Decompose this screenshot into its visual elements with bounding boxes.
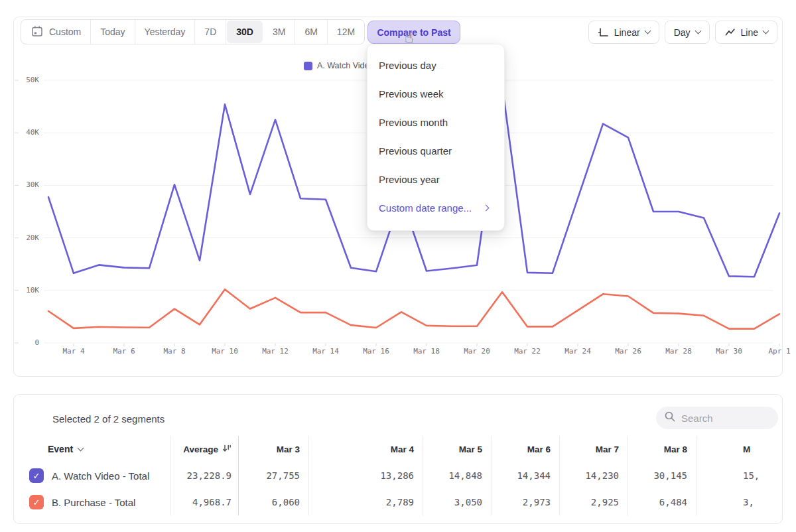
column-header-label: Mar 8 <box>664 444 687 454</box>
search-icon <box>664 411 676 425</box>
date-preset-label: 6M <box>304 27 317 37</box>
menu-item-previous-quarter[interactable]: Previous quarter <box>367 137 504 165</box>
segments-search <box>656 407 778 429</box>
column-header-mar-7: Mar 7 <box>559 436 628 462</box>
table-cell: 3,050 <box>423 489 491 515</box>
segments-table-card: ✓ Selected 2 of 2 segments EventAverageM… <box>13 394 783 524</box>
date-preset-label: Custom <box>49 27 81 37</box>
x-tick-label: Mar 20 <box>457 347 497 356</box>
table-cell: 2,973 <box>491 489 559 515</box>
segment-label: B. Purchase - Total <box>52 497 135 508</box>
date-preset-yesterday[interactable]: Yesterday <box>135 20 196 44</box>
compare-to-past-button[interactable]: Compare to Past <box>367 21 460 44</box>
table-cell: 30,145 <box>628 462 696 489</box>
column-header-mar-4: Mar 4 <box>308 436 423 462</box>
segment-label: A. Watch Video - Total <box>52 470 149 482</box>
segment-row-b-purchase-total[interactable]: ✓B. Purchase - Total <box>15 489 170 515</box>
column-header-mar-5: Mar 5 <box>423 436 491 462</box>
line-chart-icon <box>724 27 736 38</box>
chart-controls: Linear Day Line <box>588 21 777 44</box>
column-header-event[interactable]: Event <box>15 436 170 462</box>
linear-axis-icon <box>598 27 609 38</box>
chevron-down-icon <box>78 444 84 451</box>
legend-item-a-watch-video[interactable]: A. Watch Video <box>304 61 373 70</box>
x-tick-label: Apr 1 <box>760 347 796 356</box>
column-header-mar-8: Mar 8 <box>628 436 696 462</box>
y-tick-label: 10K <box>14 286 39 295</box>
date-preset-30d[interactable]: 30D <box>227 21 263 43</box>
chevron-down-icon <box>763 28 769 34</box>
selected-segments-label: Selected 2 of 2 segments <box>52 413 165 425</box>
menu-item-custom-date-range[interactable]: Custom date range... <box>367 194 504 222</box>
sort-descending-icon[interactable] <box>222 444 232 455</box>
y-tick-label: 50K <box>14 76 39 84</box>
date-preset-6m[interactable]: 6M <box>295 20 327 44</box>
menu-item-label: Custom date range... <box>379 202 472 214</box>
y-tick-label: 0 <box>14 338 39 347</box>
date-preset-3m[interactable]: 3M <box>263 20 295 44</box>
interval-select[interactable]: Day <box>665 21 710 44</box>
table-cell: 6,484 <box>628 489 696 515</box>
segment-checkbox[interactable]: ✓ <box>29 495 44 509</box>
table-cell: 3, <box>696 489 783 515</box>
column-header-label: Event <box>48 444 73 454</box>
segments-select-row: ✓ Selected 2 of 2 segments <box>27 410 165 427</box>
date-preset-today[interactable]: Today <box>91 20 135 44</box>
chevron-right-icon <box>483 205 490 212</box>
x-tick-label: Mar 10 <box>205 347 245 356</box>
search-input[interactable] <box>681 413 761 424</box>
y-tick-label: 40K <box>14 128 39 137</box>
x-tick-label: Mar 28 <box>659 347 698 356</box>
segment-checkbox[interactable]: ✓ <box>29 468 44 483</box>
series-line-b-purchase <box>48 289 779 328</box>
date-preset-label: 3M <box>273 27 285 37</box>
analytics-dashboard: CustomTodayYesterday7D30D3M6M12M Compare… <box>0 0 796 532</box>
column-header-mar-6: Mar 6 <box>491 436 559 462</box>
column-header-label: Mar 7 <box>596 444 619 454</box>
select-all-checkbox[interactable]: ✓ <box>27 410 44 427</box>
column-header-m: M <box>696 436 783 462</box>
menu-item-previous-year[interactable]: Previous year <box>367 165 504 194</box>
x-tick-label: Mar 14 <box>306 347 346 356</box>
column-header-mar-3: Mar 3 <box>238 436 308 462</box>
y-tick-label: 20K <box>14 233 39 242</box>
menu-item-previous-week[interactable]: Previous week <box>367 80 504 108</box>
menu-item-previous-month[interactable]: Previous month <box>367 108 504 137</box>
scale-select-label: Linear <box>614 27 640 38</box>
segments-table: EventAverageMar 3Mar 4Mar 5Mar 6Mar 7Mar… <box>15 436 783 515</box>
interval-select-label: Day <box>674 27 691 38</box>
legend-label: A. Watch Video <box>317 61 373 70</box>
column-header-label: Mar 3 <box>277 444 300 454</box>
table-cell: 14,230 <box>559 462 628 489</box>
table-cell: 6,060 <box>238 489 308 515</box>
chevron-down-icon <box>695 28 701 34</box>
x-tick-label: Mar 26 <box>608 347 648 356</box>
table-cell: 2,789 <box>308 489 423 515</box>
column-header-label: Mar 4 <box>391 444 414 454</box>
x-tick-label: Mar 4 <box>54 347 94 356</box>
x-tick-label: Mar 6 <box>104 347 144 356</box>
x-tick-label: Mar 18 <box>407 347 446 356</box>
date-preset-custom[interactable]: Custom <box>21 20 91 44</box>
date-preset-12m[interactable]: 12M <box>328 20 364 44</box>
x-tick-label: Mar 8 <box>155 347 194 356</box>
mouse-cursor: ☝ <box>405 29 413 46</box>
scale-select[interactable]: Linear <box>588 21 659 44</box>
segment-row-a-watch-video-total[interactable]: ✓A. Watch Video - Total <box>15 462 170 489</box>
date-range-picker: CustomTodayYesterday7D30D3M6M12M <box>21 19 365 44</box>
chart-type-select[interactable]: Line <box>715 21 777 44</box>
table-cell: 2,925 <box>559 489 628 515</box>
date-preset-label: 7D <box>204 27 216 37</box>
table-cell: 27,755 <box>238 462 308 489</box>
x-tick-label: Mar 16 <box>356 347 396 356</box>
x-tick-label: Mar 30 <box>709 347 749 356</box>
table-cell: 4,968.7 <box>170 489 238 515</box>
date-preset-7d[interactable]: 7D <box>195 20 226 44</box>
date-preset-label: Today <box>100 27 125 37</box>
column-header-average[interactable]: Average <box>170 436 238 462</box>
column-header-label: M <box>743 444 750 454</box>
table-cell: 15, <box>696 462 783 489</box>
column-header-label: Average <box>183 444 218 454</box>
menu-item-previous-day[interactable]: Previous day <box>367 51 504 80</box>
x-tick-label: Mar 12 <box>255 347 295 356</box>
